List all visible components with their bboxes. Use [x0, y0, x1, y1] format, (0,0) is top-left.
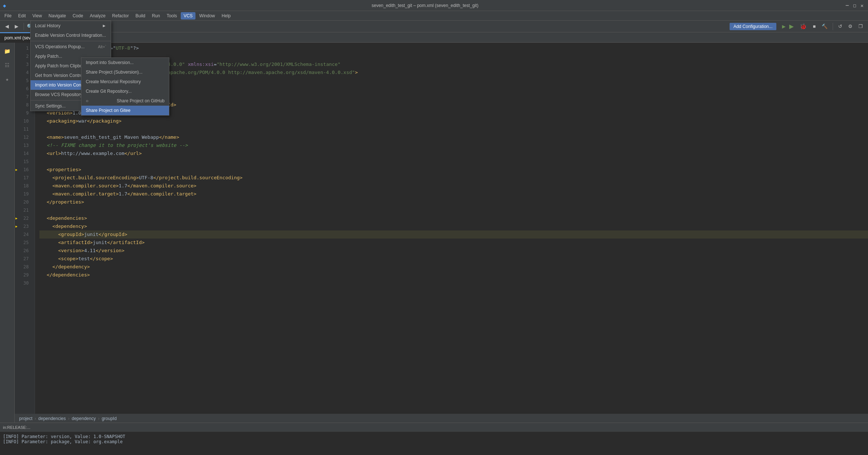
- code-line-14: <url>http://www.example.com</url>: [39, 149, 868, 158]
- share-github[interactable]: ○ Share Project on GitHub: [81, 96, 169, 106]
- status-position: in:RELEASE:...: [3, 425, 31, 430]
- ln-5: 5: [15, 77, 32, 85]
- ln-9: 9: [15, 109, 32, 117]
- ln-11: 11: [15, 125, 32, 133]
- menu-file[interactable]: File: [1, 12, 14, 20]
- vcs-enable-vcs[interactable]: Enable Version Control Integration...: [31, 31, 111, 40]
- toolbar-forward[interactable]: ▶: [13, 22, 21, 30]
- breadcrumb: project › dependencies › dependency › gr…: [15, 414, 868, 423]
- breadcrumb-dependency[interactable]: dependency: [72, 416, 96, 421]
- code-line-26: <version>4.11</version>: [39, 247, 868, 255]
- menu-view[interactable]: View: [29, 12, 45, 20]
- ln-12: 12: [15, 133, 32, 141]
- ln-28: 28: [15, 263, 32, 271]
- vcs-operations-popup[interactable]: VCS Operations Popup... Alt+`: [31, 42, 111, 52]
- maximize-button[interactable]: □: [853, 3, 856, 8]
- sidebar-bookmark-icon[interactable]: ★: [2, 74, 13, 85]
- bottom-panel: [INFO] Parameter: version, Value: 1.0-SN…: [0, 431, 868, 446]
- build-button[interactable]: 🔨: [819, 22, 830, 30]
- sidebar-structure-icon[interactable]: ☷: [2, 60, 13, 71]
- code-line-13: <!-- FIXME change it to the project's we…: [39, 141, 868, 149]
- settings-button[interactable]: ⚙: [846, 22, 855, 30]
- ln-27: 27: [15, 255, 32, 263]
- code-line-18: <maven.compiler.source>1.7</maven.compil…: [39, 182, 868, 190]
- code-line-23: <dependency>: [39, 222, 868, 230]
- ln-29: 29: [15, 271, 32, 279]
- code-line-22: <dependencies>: [39, 214, 868, 222]
- ln-1: 1: [15, 44, 32, 52]
- menu-code[interactable]: Code: [70, 12, 86, 20]
- code-line-12: <name>seven_edith_test_git Maven Webapp<…: [39, 133, 868, 141]
- run-icon: ▶: [782, 23, 786, 30]
- ln-13: 13: [15, 141, 32, 149]
- ln-22: ▶22: [15, 214, 32, 222]
- log-line-2: [INFO] Parameter: package, Value: org.ex…: [3, 439, 865, 444]
- code-line-20: </properties>: [39, 198, 868, 206]
- menu-window[interactable]: Window: [196, 12, 218, 20]
- create-git[interactable]: Create Git Repository...: [81, 87, 169, 96]
- coverage-button[interactable]: ■: [811, 22, 818, 30]
- code-line-16: <properties>: [39, 166, 868, 174]
- expand-button[interactable]: ❐: [856, 22, 865, 30]
- add-configuration-button[interactable]: Add Configuration...: [730, 23, 776, 30]
- menu-analyze[interactable]: Analyze: [87, 12, 109, 20]
- menu-run[interactable]: Run: [149, 12, 163, 20]
- ln-19: 19: [15, 190, 32, 198]
- breadcrumb-project[interactable]: project: [19, 416, 32, 421]
- pi-enc-val: UTF-8: [116, 44, 130, 52]
- pi-eq2c: ": [130, 44, 133, 52]
- ln-24: 24: [15, 230, 32, 239]
- menu-navigate[interactable]: Navigate: [46, 12, 69, 20]
- ln-10: 10: [15, 117, 32, 125]
- import-submenu: Import into Subversion... Share Project …: [81, 57, 169, 116]
- ln-18: 18: [15, 182, 32, 190]
- code-line-15: [39, 158, 868, 166]
- code-line-10: <packaging>war</packaging>: [39, 117, 868, 125]
- run-button[interactable]: ▶: [787, 22, 796, 31]
- ln-15: 15: [15, 158, 32, 166]
- minimize-button[interactable]: −: [846, 2, 849, 9]
- title-bar-title: seven_edith_test_git – pom.xml (seven_ed…: [371, 3, 478, 8]
- ln-6: 6: [15, 85, 32, 93]
- code-line-25: <artifactId>junit</artifactId>: [39, 239, 868, 247]
- ln-3: 3: [15, 60, 32, 68]
- menu-build[interactable]: Build: [133, 12, 148, 20]
- ln-21: 21: [15, 206, 32, 214]
- sidebar-project-icon[interactable]: 📁: [2, 46, 13, 57]
- vcs-sep-1: [31, 41, 111, 41]
- menu-refactor[interactable]: Refactor: [109, 12, 132, 20]
- vcs-local-history[interactable]: Local History ►: [31, 21, 111, 31]
- code-line-1: <?version="1.0" encoding="UTF-8"?>: [39, 44, 868, 52]
- ln-25: 25: [15, 239, 32, 247]
- left-sidebar: 📁 ☷ ★: [0, 43, 15, 423]
- ln-2: 2: [15, 52, 32, 60]
- ln-17: 17: [15, 174, 32, 182]
- toolbar: ◀ ▶ 🔍 Add Configuration... ▶ ▶ 🐞 ■ 🔨 ↺ ⚙…: [0, 21, 868, 32]
- code-line-19: <maven.compiler.target>1.7</maven.compil…: [39, 190, 868, 198]
- create-mercurial[interactable]: Create Mercurial Repository: [81, 77, 169, 87]
- share-subversion[interactable]: Share Project (Subversion)...: [81, 67, 169, 77]
- ln-7: 7: [15, 93, 32, 101]
- toolbar-back[interactable]: ◀: [3, 22, 11, 30]
- refresh-button[interactable]: ↺: [836, 22, 844, 30]
- menu-bar: File Edit View Navigate Code Analyze Ref…: [0, 11, 868, 21]
- menu-tools[interactable]: Tools: [164, 12, 180, 20]
- app-icon: ◆: [3, 3, 6, 8]
- menu-vcs[interactable]: VCS: [181, 12, 196, 20]
- title-bar: ◆ seven_edith_test_git – pom.xml (seven_…: [0, 0, 868, 11]
- menu-help[interactable]: Help: [219, 12, 234, 20]
- breadcrumb-sep-1: ›: [35, 416, 36, 421]
- debug-button[interactable]: 🐞: [797, 22, 809, 31]
- close-button[interactable]: ✕: [861, 3, 864, 8]
- share-gitee[interactable]: Share Project on Gitee: [81, 106, 169, 115]
- code-line-27: <scope>test</scope>: [39, 255, 868, 263]
- tabs-bar: pom.xml (seven_edith_test_git) ✕: [0, 32, 868, 43]
- code-line-24: <groupId>junit</groupId>: [39, 230, 868, 239]
- menu-edit[interactable]: Edit: [15, 12, 29, 20]
- status-bar: in:RELEASE:...: [0, 423, 868, 431]
- import-subversion[interactable]: Import into Subversion...: [81, 58, 169, 67]
- ln-8: 8: [15, 101, 32, 109]
- breadcrumb-dependencies[interactable]: dependencies: [38, 416, 66, 421]
- ln-16: ▶16: [15, 166, 32, 174]
- breadcrumb-groupid[interactable]: groupId: [102, 416, 117, 421]
